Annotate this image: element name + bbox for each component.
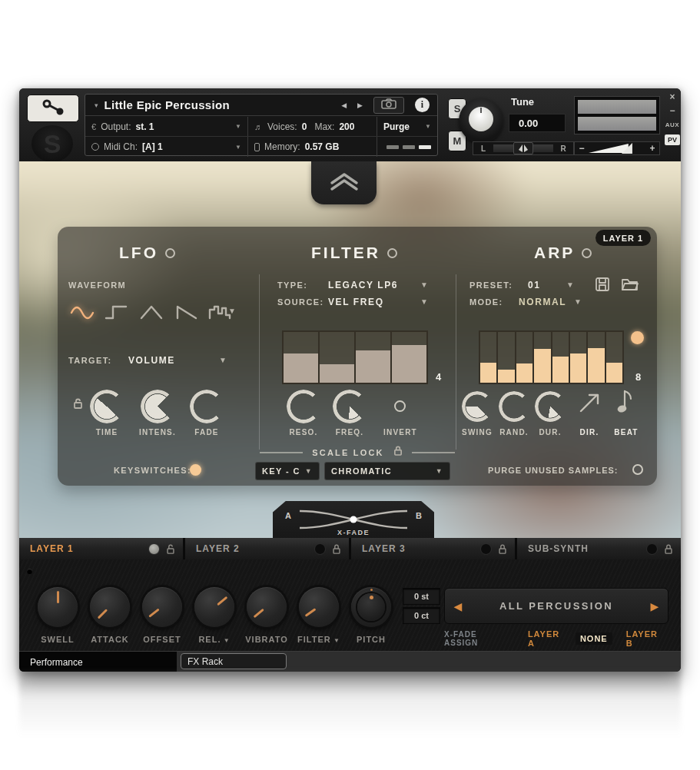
prev-instrument-icon[interactable]: ◀: [341, 101, 347, 109]
pan-center-icon[interactable]: [513, 142, 533, 154]
arp-step-2[interactable]: [498, 332, 516, 383]
knob-menu-caret-icon[interactable]: ▼: [331, 637, 340, 644]
arp-rand-knob[interactable]: [499, 391, 529, 422]
arp-mode-value[interactable]: NORMAL: [519, 297, 566, 307]
layer-active-led[interactable]: [148, 543, 160, 555]
filter-source-value[interactable]: VEL FREQ: [328, 297, 384, 307]
layer-tab-layer-2[interactable]: LAYER 2: [185, 538, 349, 559]
lock-icon[interactable]: [166, 543, 175, 554]
arp-step-3[interactable]: [516, 332, 534, 383]
aux-button[interactable]: AUX: [665, 121, 680, 128]
scale-lock-icon[interactable]: [393, 445, 403, 460]
arp-step-8[interactable]: [606, 332, 622, 383]
layer-tab-layer-1[interactable]: LAYER 1: [19, 538, 183, 559]
lfo-intens-knob[interactable]: [141, 390, 174, 423]
arp-step-5[interactable]: [552, 332, 570, 383]
scale-select[interactable]: CHROMATIC▼: [324, 462, 450, 480]
filter-power-led[interactable]: [387, 248, 397, 258]
attack-knob[interactable]: [90, 587, 130, 627]
arp-preset-value[interactable]: 01: [528, 280, 541, 290]
swell-knob[interactable]: [38, 587, 78, 627]
articulation-selector[interactable]: ◀ ALL PERCUSSION ▶: [444, 588, 668, 624]
layer-tab-layer-3[interactable]: LAYER 3: [351, 538, 515, 559]
pan-slider[interactable]: L R: [473, 141, 574, 155]
layer-active-led[interactable]: [646, 543, 658, 555]
filter-invert-toggle[interactable]: [394, 400, 406, 412]
tab-performance[interactable]: Performance: [19, 652, 177, 672]
arp-dur-knob[interactable]: [535, 391, 566, 422]
edit-instrument-button[interactable]: [27, 95, 79, 122]
offset-knob[interactable]: [142, 587, 182, 627]
arp-step-1[interactable]: [480, 332, 498, 383]
title-dropdown-caret-icon[interactable]: ▾: [95, 101, 98, 109]
arp-step-4[interactable]: [534, 332, 552, 383]
minimize-icon[interactable]: −: [665, 105, 680, 116]
arp-step-count[interactable]: 8: [635, 371, 641, 383]
assign-option-none[interactable]: NONE: [576, 632, 612, 645]
arp-step-6[interactable]: [570, 332, 588, 383]
lock-icon[interactable]: [664, 543, 673, 554]
waveform-caret-icon[interactable]: ▼: [228, 307, 236, 315]
xfade-pedal[interactable]: A B X-FADE: [273, 501, 434, 538]
header-pull-tab[interactable]: [311, 161, 377, 204]
lfo-time-knob[interactable]: [90, 390, 124, 423]
knob-menu-caret-icon[interactable]: ▼: [221, 637, 230, 644]
arp-beat-note-icon[interactable]: [615, 388, 635, 417]
next-instrument-icon[interactable]: ▶: [357, 101, 363, 109]
lock-icon[interactable]: [498, 543, 507, 554]
filter-knob[interactable]: [299, 587, 339, 627]
layer-tab-sub-synth[interactable]: SUB-SYNTH: [517, 538, 681, 559]
midi-channel-select[interactable]: Midi Ch: [A] 1 ▼: [85, 137, 248, 157]
load-preset-folder-icon[interactable]: [622, 277, 639, 294]
lfo-fade-knob[interactable]: [190, 390, 224, 423]
volume-minus[interactable]: −: [575, 143, 589, 154]
semitone-value[interactable]: 0 st: [403, 588, 440, 605]
filter-step-3[interactable]: [356, 332, 392, 383]
filter-step-4[interactable]: [392, 332, 426, 383]
filter-reso-knob[interactable]: [287, 390, 320, 423]
tune-value[interactable]: 0.00: [509, 114, 566, 132]
selector-prev-icon[interactable]: ◀: [445, 600, 471, 612]
lfo-power-led[interactable]: [165, 248, 175, 258]
close-icon[interactable]: ×: [665, 91, 680, 102]
layer-active-led[interactable]: [314, 543, 326, 555]
purge-unused-toggle[interactable]: [632, 464, 643, 475]
keyswitches-toggle[interactable]: [190, 464, 201, 476]
arp-step-led[interactable]: [631, 331, 644, 344]
target-caret-icon[interactable]: ▼: [219, 356, 227, 364]
filter-source-caret-icon[interactable]: ▼: [420, 297, 428, 306]
arp-mode-caret-icon[interactable]: ▼: [574, 297, 582, 306]
lock-icon[interactable]: [332, 543, 341, 554]
filter-freq-knob[interactable]: [333, 390, 367, 423]
key-select[interactable]: KEY - C▼: [255, 462, 320, 480]
selector-next-icon[interactable]: ▶: [642, 600, 668, 612]
volume-slider[interactable]: − +: [574, 141, 660, 155]
rel-knob[interactable]: [194, 587, 234, 627]
filter-type-value[interactable]: LEGACY LP6: [328, 280, 398, 290]
arp-preset-caret-icon[interactable]: ▼: [566, 280, 574, 289]
arp-step-7[interactable]: [588, 332, 605, 383]
triangle-wave-icon[interactable]: [138, 301, 165, 324]
layer-active-led[interactable]: [480, 543, 492, 555]
arp-direction-arrow-icon[interactable]: [577, 390, 602, 417]
filter-step-count[interactable]: 4: [436, 371, 441, 383]
tab-fx-rack[interactable]: FX Rack: [181, 653, 287, 669]
filter-step-1[interactable]: [284, 332, 320, 383]
purge-menu[interactable]: Purge ▼: [377, 117, 437, 136]
saw-down-wave-icon[interactable]: [172, 301, 200, 324]
pitch-knob[interactable]: [351, 587, 391, 627]
save-preset-icon[interactable]: [595, 277, 609, 294]
assign-option-layer-a[interactable]: LAYER A: [528, 629, 562, 648]
lfo-lock-icon[interactable]: [73, 397, 83, 413]
arp-power-led[interactable]: [582, 248, 592, 258]
cent-value[interactable]: 0 ct: [403, 607, 440, 624]
target-value[interactable]: VOLUME: [128, 355, 175, 366]
square-wave-icon[interactable]: [103, 301, 131, 324]
info-button[interactable]: i: [415, 98, 430, 112]
max-value[interactable]: 200: [339, 121, 354, 132]
sine-wave-icon[interactable]: [68, 301, 96, 324]
vibrato-knob[interactable]: [247, 587, 287, 627]
assign-option-layer-b[interactable]: LAYER B: [626, 629, 660, 648]
filter-type-caret-icon[interactable]: ▼: [420, 280, 428, 289]
pv-button[interactable]: PV: [665, 134, 680, 145]
